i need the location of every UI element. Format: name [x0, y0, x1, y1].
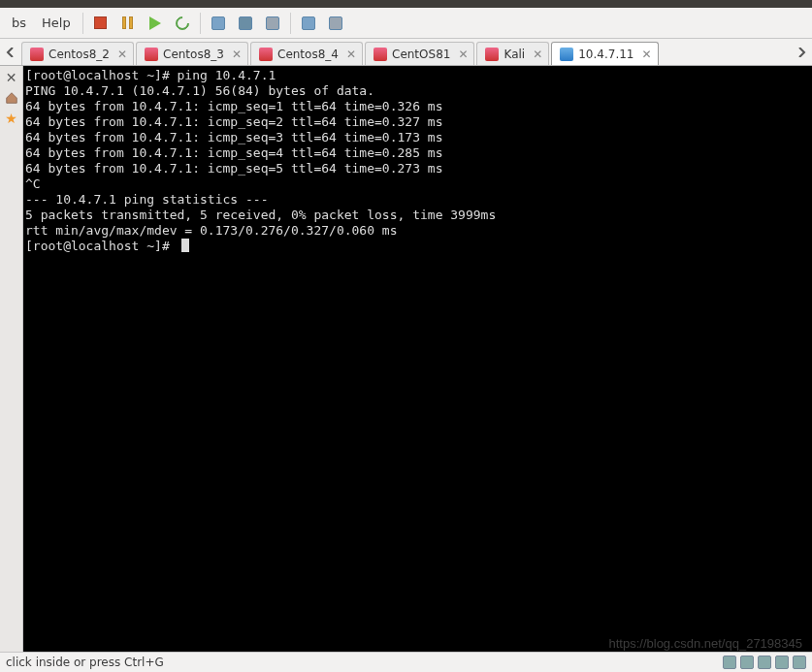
terminal-line: 64 bytes from 10.4.7.1: icmp_seq=3 ttl=6…	[25, 130, 810, 145]
terminal-line: 64 bytes from 10.4.7.1: icmp_seq=2 ttl=6…	[25, 114, 810, 130]
tool-button-3[interactable]	[261, 12, 284, 35]
cycle-button[interactable]	[171, 12, 194, 35]
terminal-cursor	[181, 239, 189, 252]
stop-icon	[94, 16, 107, 29]
tab-close-icon[interactable]: ✕	[458, 48, 468, 61]
tool-button-1[interactable]	[207, 12, 230, 35]
window-titlebar	[0, 0, 812, 8]
status-hint: click inside or press Ctrl+G	[6, 656, 164, 669]
tab-label: 10.4.7.11	[578, 48, 633, 61]
play-button[interactable]	[144, 12, 167, 35]
tabstrip: Centos8_2✕Centos8_3✕Centos8_4✕CentOS81✕K…	[0, 39, 812, 66]
vm-icon	[30, 48, 44, 61]
generic-icon	[302, 16, 315, 30]
toolbar-separator	[200, 13, 201, 34]
tab-close-icon[interactable]: ✕	[232, 48, 242, 61]
tab-close-icon[interactable]: ✕	[641, 48, 651, 61]
statusbar: click inside or press Ctrl+G	[0, 652, 812, 672]
watermark-text: https://blog.csdn.net/qq_27198345	[609, 636, 803, 651]
toolbar-separator	[290, 13, 291, 34]
menu-help[interactable]: Help	[34, 12, 79, 34]
star-icon[interactable]: ★	[5, 111, 17, 126]
tab-centos8_3[interactable]: Centos8_3✕	[136, 42, 248, 65]
tool-button-2[interactable]	[234, 12, 257, 35]
tab-label: Kali	[503, 48, 525, 61]
vm-icon	[374, 48, 387, 61]
status-tray	[723, 656, 806, 669]
pause-button[interactable]	[116, 12, 140, 35]
side-close-icon[interactable]: ✕	[6, 70, 17, 85]
terminal-line: --- 10.4.7.1 ping statistics ---	[25, 192, 810, 208]
tab-kali[interactable]: Kali✕	[476, 42, 549, 65]
terminal-line: 64 bytes from 10.4.7.1: icmp_seq=1 ttl=6…	[25, 99, 810, 114]
tab-10-4-7-11[interactable]: 10.4.7.11✕	[551, 42, 658, 65]
toolbar-separator	[82, 13, 83, 34]
terminal-line: 5 packets transmitted, 5 received, 0% pa…	[25, 208, 810, 223]
generic-icon	[211, 16, 225, 30]
generic-icon	[239, 16, 252, 30]
tab-label: Centos8_4	[277, 48, 339, 61]
terminal-output[interactable]: [root@localhost ~]# ping 10.4.7.1PING 10…	[23, 66, 812, 652]
tab-centos8_2[interactable]: Centos8_2✕	[21, 42, 134, 65]
tray-icon[interactable]	[723, 656, 736, 669]
terminal-line: rtt min/avg/max/mdev = 0.173/0.276/0.327…	[25, 223, 810, 239]
terminal-line: 64 bytes from 10.4.7.1: icmp_seq=5 ttl=6…	[25, 161, 810, 176]
terminal-line: 64 bytes from 10.4.7.1: icmp_seq=4 ttl=6…	[25, 145, 810, 161]
tab-close-icon[interactable]: ✕	[117, 48, 127, 61]
side-launcher: ✕ ★	[0, 66, 23, 652]
chevron-right-icon	[796, 48, 806, 57]
home-icon[interactable]	[5, 91, 18, 105]
terminal-line: [root@localhost ~]#	[25, 239, 810, 254]
tab-label: CentOS81	[392, 48, 450, 61]
vm-icon	[259, 48, 273, 61]
vm-icon	[485, 48, 499, 61]
tab-label: Centos8_3	[163, 48, 224, 61]
pause-icon	[121, 16, 134, 29]
chevron-left-icon	[6, 48, 16, 57]
tab-close-icon[interactable]: ✕	[533, 48, 542, 61]
stop-button[interactable]	[89, 12, 113, 35]
menu-tabs[interactable]: bs	[4, 12, 34, 34]
tray-icon[interactable]	[740, 656, 754, 669]
tray-icon[interactable]	[758, 656, 771, 669]
tray-icon[interactable]	[793, 656, 806, 669]
tab-centos8_4[interactable]: Centos8_4✕	[250, 42, 363, 65]
terminal-line: ^C	[25, 176, 810, 192]
tool-button-4[interactable]	[297, 12, 320, 35]
play-icon	[149, 16, 161, 30]
tab-scroll-left[interactable]	[0, 39, 21, 65]
vm-icon	[560, 48, 573, 61]
tool-button-5[interactable]	[324, 12, 347, 35]
tab-scroll-right[interactable]	[791, 39, 812, 65]
generic-icon	[329, 16, 342, 30]
vm-icon	[145, 48, 158, 61]
tray-icon[interactable]	[775, 656, 789, 669]
terminal-line: [root@localhost ~]# ping 10.4.7.1	[25, 68, 810, 83]
cycle-icon	[173, 14, 192, 33]
generic-icon	[266, 16, 279, 30]
tab-centos81[interactable]: CentOS81✕	[365, 42, 474, 65]
terminal-line: PING 10.4.7.1 (10.4.7.1) 56(84) bytes of…	[25, 83, 810, 99]
tab-label: Centos8_2	[49, 48, 110, 61]
tab-close-icon[interactable]: ✕	[346, 48, 356, 61]
menubar: bs Help	[0, 8, 812, 39]
